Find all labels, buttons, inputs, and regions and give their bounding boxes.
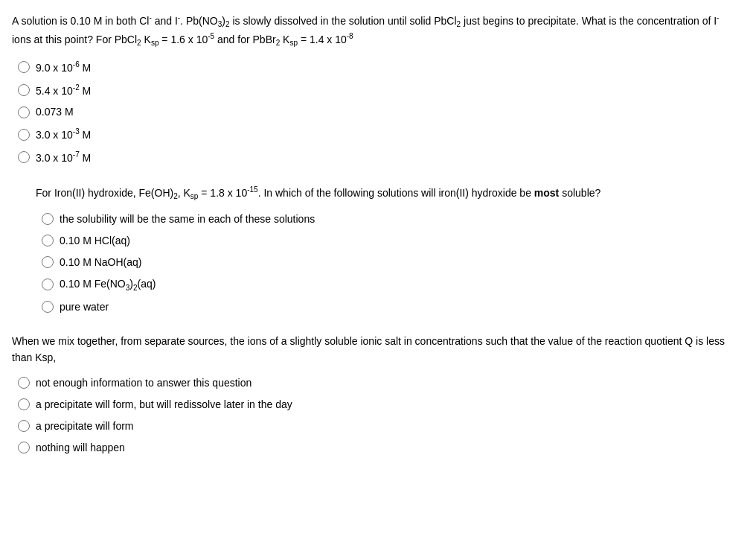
question-2-options-block: the solubility will be the same in each … <box>36 211 744 315</box>
list-item: 0.073 M <box>18 104 744 120</box>
question-2-options: the solubility will be the same in each … <box>42 211 744 315</box>
q3-option4-radio[interactable] <box>18 442 30 453</box>
list-item: 0.10 M HCl(aq) <box>42 233 744 249</box>
q3-option1-label[interactable]: not enough information to answer this qu… <box>36 375 252 391</box>
question-1-options: 9.0 x 10-6 M 5.4 x 10-2 M 0.073 M 3.0 x … <box>18 59 744 166</box>
list-item: 5.4 x 10-2 M <box>18 82 744 99</box>
q3-option3-radio[interactable] <box>18 420 30 432</box>
q1-option4-radio[interactable] <box>18 129 30 141</box>
question-1-text: A solution is 0.10 M in both Cl- and I-.… <box>12 12 744 50</box>
q1-option2-radio[interactable] <box>18 84 30 96</box>
q1-option5-radio[interactable] <box>18 151 30 163</box>
q3-option4-label[interactable]: nothing will happen <box>36 440 125 456</box>
q3-option2-radio[interactable] <box>18 398 30 410</box>
q1-option5-label[interactable]: 3.0 x 10-7 M <box>36 149 91 166</box>
q1-option1-radio[interactable] <box>18 61 30 73</box>
q1-option2-label[interactable]: 5.4 x 10-2 M <box>36 82 91 99</box>
q3-option3-label[interactable]: a precipitate will form <box>36 418 134 434</box>
list-item: the solubility will be the same in each … <box>42 211 744 227</box>
list-item: 3.0 x 10-7 M <box>18 149 744 166</box>
list-item: a precipitate will form <box>18 418 744 434</box>
q2-option5-radio[interactable] <box>42 301 54 313</box>
q2-option3-label[interactable]: 0.10 M NaOH(aq) <box>60 255 141 270</box>
question-1: A solution is 0.10 M in both Cl- and I-.… <box>12 12 744 166</box>
q2-option2-radio[interactable] <box>42 235 54 246</box>
q3-option2-label[interactable]: a precipitate will form, but will rediss… <box>36 397 292 413</box>
q1-option1-label[interactable]: 9.0 x 10-6 M <box>36 59 91 76</box>
question-2-intro: For Iron(II) hydroxide, Fe(OH)2, Ksp = 1… <box>36 184 744 203</box>
list-item: nothing will happen <box>18 440 744 456</box>
list-item: pure water <box>42 299 744 315</box>
q2-option3-radio[interactable] <box>42 256 54 268</box>
question-2: For Iron(II) hydroxide, Fe(OH)2, Ksp = 1… <box>12 184 744 315</box>
q1-option3-radio[interactable] <box>18 106 30 118</box>
question-3-text: When we mix together, from separate sour… <box>12 333 744 366</box>
q3-option1-radio[interactable] <box>18 377 30 389</box>
q2-option1-radio[interactable] <box>42 213 54 225</box>
q2-option4-radio[interactable] <box>42 278 54 290</box>
question-3: When we mix together, from separate sour… <box>12 333 744 456</box>
question-3-options: not enough information to answer this qu… <box>18 375 744 456</box>
q1-option4-label[interactable]: 3.0 x 10-3 M <box>36 126 91 143</box>
list-item: not enough information to answer this qu… <box>18 375 744 391</box>
list-item: a precipitate will form, but will rediss… <box>18 397 744 413</box>
list-item: 0.10 M Fe(NO3)2(aq) <box>42 276 744 293</box>
q2-option5-label[interactable]: pure water <box>60 299 109 315</box>
list-item: 9.0 x 10-6 M <box>18 59 744 76</box>
q1-option3-label[interactable]: 0.073 M <box>36 104 74 120</box>
q2-option4-label[interactable]: 0.10 M Fe(NO3)2(aq) <box>60 276 156 293</box>
list-item: 3.0 x 10-3 M <box>18 126 744 143</box>
q2-option2-label[interactable]: 0.10 M HCl(aq) <box>60 233 130 249</box>
list-item: 0.10 M NaOH(aq) <box>42 255 744 270</box>
q2-option1-label[interactable]: the solubility will be the same in each … <box>60 211 315 227</box>
